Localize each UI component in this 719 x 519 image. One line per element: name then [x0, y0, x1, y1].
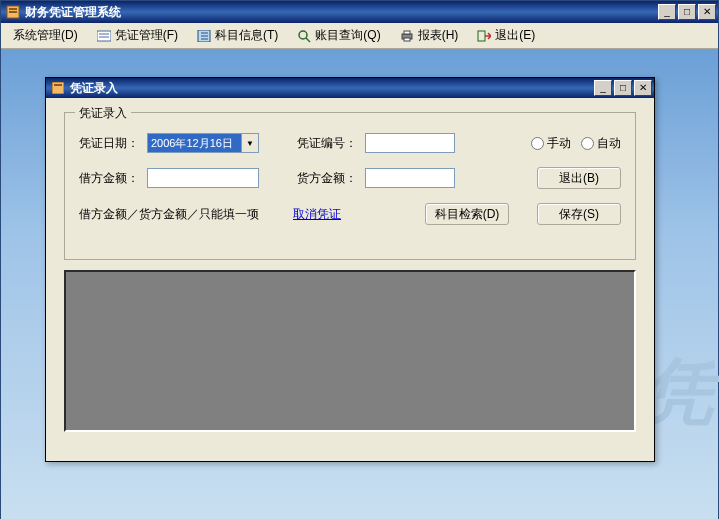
- menu-bar: 系统管理(D) 凭证管理(F) 科目信息(T) 账目查询(Q) 报表(H): [1, 23, 718, 49]
- svg-rect-16: [52, 82, 64, 94]
- dialog-window-controls: _ □ ✕: [594, 80, 652, 96]
- menu-voucher-label: 凭证管理(F): [115, 27, 178, 44]
- svg-line-11: [306, 38, 310, 42]
- menu-exit[interactable]: 退出(E): [470, 25, 541, 46]
- main-title-bar: 财务凭证管理系统 _ □ ✕: [1, 1, 718, 23]
- dialog-title-bar: 凭证录入 _ □ ✕: [46, 78, 654, 98]
- menu-system-label: 系统管理(D): [13, 27, 78, 44]
- svg-rect-1: [9, 8, 17, 10]
- close-button[interactable]: ✕: [698, 4, 716, 20]
- svg-rect-2: [9, 11, 17, 13]
- radio-auto-input[interactable]: [581, 137, 594, 150]
- debit-label: 借方金额：: [79, 170, 139, 187]
- dialog-maximize-button[interactable]: □: [614, 80, 632, 96]
- debit-amount-input[interactable]: [147, 168, 259, 188]
- radio-manual[interactable]: 手动: [531, 135, 571, 152]
- radio-manual-input[interactable]: [531, 137, 544, 150]
- exit-button[interactable]: 退出(B): [537, 167, 621, 189]
- menu-report-label: 报表(H): [418, 27, 459, 44]
- mdi-client-area: 务凭 凭证录入 _ □ ✕ 凭证录入 凭证日期：: [1, 49, 718, 519]
- voucher-icon: [96, 29, 112, 43]
- svg-rect-15: [478, 31, 485, 41]
- row-note-actions: 借方金额／货方金额／只能填一项 取消凭证 科目检索(D) 保存(S): [79, 203, 621, 225]
- exit-icon: [476, 29, 492, 43]
- main-window-title: 财务凭证管理系统: [25, 4, 658, 21]
- credit-amount-input[interactable]: [365, 168, 455, 188]
- row-date-number: 凭证日期： 2006年12月16日 ▼ 凭证编号： 手动: [79, 133, 621, 153]
- radio-manual-label: 手动: [547, 135, 571, 152]
- dialog-body: 凭证录入 凭证日期： 2006年12月16日 ▼ 凭证编号：: [46, 98, 654, 444]
- voucher-entry-groupbox: 凭证录入 凭证日期： 2006年12月16日 ▼ 凭证编号：: [64, 112, 636, 260]
- dialog-close-button[interactable]: ✕: [634, 80, 652, 96]
- dialog-minimize-button[interactable]: _: [594, 80, 612, 96]
- amount-note: 借方金额／货方金额／只能填一项: [79, 206, 259, 223]
- maximize-button[interactable]: □: [678, 4, 696, 20]
- minimize-button[interactable]: _: [658, 4, 676, 20]
- dialog-title: 凭证录入: [70, 80, 594, 97]
- voucher-data-grid[interactable]: [64, 270, 636, 432]
- cancel-voucher-link[interactable]: 取消凭证: [293, 206, 341, 223]
- number-mode-radio-group: 手动 自动: [531, 135, 621, 152]
- main-window-controls: _ □ ✕: [658, 4, 716, 20]
- menu-query[interactable]: 账目查询(Q): [290, 25, 386, 46]
- menu-subject-label: 科目信息(T): [215, 27, 278, 44]
- subject-icon: [196, 29, 212, 43]
- menu-system[interactable]: 系统管理(D): [7, 25, 84, 46]
- menu-exit-label: 退出(E): [495, 27, 535, 44]
- svg-rect-13: [404, 31, 410, 34]
- radio-auto[interactable]: 自动: [581, 135, 621, 152]
- search-icon: [296, 29, 312, 43]
- date-label: 凭证日期：: [79, 135, 139, 152]
- menu-query-label: 账目查询(Q): [315, 27, 380, 44]
- menu-subject[interactable]: 科目信息(T): [190, 25, 284, 46]
- date-dropdown-button[interactable]: ▼: [241, 134, 258, 152]
- menu-voucher[interactable]: 凭证管理(F): [90, 25, 184, 46]
- svg-rect-3: [97, 31, 111, 41]
- save-button[interactable]: 保存(S): [537, 203, 621, 225]
- main-window: 财务凭证管理系统 _ □ ✕ 系统管理(D) 凭证管理(F) 科目信息(T): [0, 0, 719, 519]
- voucher-number-input[interactable]: [365, 133, 455, 153]
- svg-rect-14: [404, 38, 410, 41]
- number-label: 凭证编号：: [297, 135, 357, 152]
- subject-search-button[interactable]: 科目检索(D): [425, 203, 509, 225]
- app-icon: [5, 4, 21, 20]
- groupbox-title: 凭证录入: [75, 105, 131, 122]
- date-picker[interactable]: 2006年12月16日 ▼: [147, 133, 259, 153]
- svg-rect-17: [54, 84, 62, 86]
- credit-label: 货方金额：: [297, 170, 357, 187]
- dialog-icon: [50, 80, 66, 96]
- date-value: 2006年12月16日: [148, 134, 241, 152]
- menu-report[interactable]: 报表(H): [393, 25, 465, 46]
- radio-auto-label: 自动: [597, 135, 621, 152]
- row-amounts: 借方金额： 货方金额： 退出(B): [79, 167, 621, 189]
- svg-point-10: [299, 31, 307, 39]
- voucher-entry-window: 凭证录入 _ □ ✕ 凭证录入 凭证日期： 2006年12月16日 ▼: [45, 77, 655, 462]
- printer-icon: [399, 29, 415, 43]
